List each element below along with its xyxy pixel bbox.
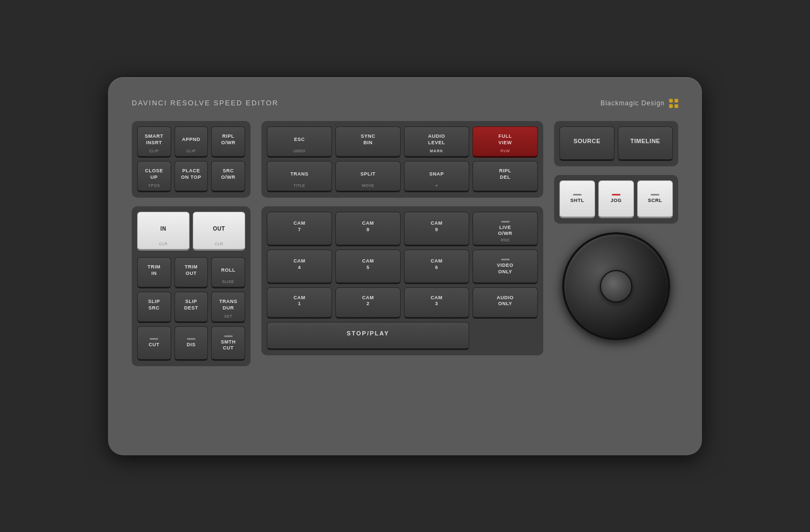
slip-dest-key[interactable]: SLIPDEST — [174, 292, 208, 323]
ripl-del-key[interactable]: RIPLDEL — [473, 161, 538, 192]
trans-sub: TITLE — [294, 183, 306, 188]
video-only-indicator — [501, 259, 510, 260]
trim-out-key[interactable]: TRIMOUT — [174, 257, 208, 288]
snap-sub: ≡ — [435, 183, 438, 188]
cam7-key[interactable]: CAM7 — [267, 212, 332, 246]
cam1-key[interactable]: CAM1 — [267, 287, 332, 319]
cam8-key[interactable]: CAM8 — [335, 212, 401, 246]
brand-dot-4 — [674, 104, 678, 108]
place-on-top-key[interactable]: PLACEON TOP — [174, 161, 208, 192]
close-up-key[interactable]: CLOSEUP YPOS — [137, 161, 171, 192]
jog-group: SHTL JOG SCRL — [554, 175, 678, 224]
roll-sub: SLIDE — [222, 279, 234, 284]
audio-only-key[interactable]: AUDIOONLY — [473, 287, 538, 319]
cut-indicator — [150, 338, 158, 340]
split-sub: MOVE — [362, 183, 374, 188]
smth-cut-indicator — [224, 335, 233, 337]
device-title: DAVINCI RESOLVE SPEED EDITOR — [132, 99, 279, 107]
cut-key[interactable]: CUT — [137, 326, 171, 361]
cam4-key[interactable]: CAM4 — [267, 250, 332, 284]
cam5-key[interactable]: CAM5 — [335, 250, 401, 284]
brand-dot-2 — [674, 99, 678, 103]
scrl-indicator — [651, 194, 659, 196]
jog-wheel-inner — [600, 270, 632, 302]
smth-cut-key[interactable]: SMTHCUT — [211, 326, 245, 361]
left-bottom-group: IN CLR OUT CLR TRIMIN TRIMOUT — [132, 206, 251, 366]
timeline-key[interactable]: TIMELINE — [618, 126, 673, 161]
full-view-sub: RVW — [501, 149, 510, 153]
brand-dot-1 — [669, 99, 673, 103]
ripl-owr-key[interactable]: RIPLO/WR — [211, 126, 245, 158]
split-key[interactable]: SPLIT MOVE — [335, 161, 401, 192]
source-timeline-group: SOURCE TIMELINE — [554, 121, 678, 166]
sync-bin-key[interactable]: SYNCBIN — [335, 126, 401, 158]
right-panel: SOURCE TIMELINE SHTL JOG SCRL — [554, 121, 678, 340]
trans-dur-key[interactable]: TRANSDUR SET — [211, 292, 245, 323]
audio-level-key[interactable]: AUDIOLEVEL MARK — [404, 126, 469, 158]
smart-insrt-sub: CLIP — [150, 149, 159, 153]
live-owr-indicator — [501, 221, 510, 223]
left-panel: SMARTINSRT CLIP APPND CLIP RIPLO/WR CLOS… — [132, 121, 251, 366]
trim-in-key[interactable]: TRIMIN — [137, 257, 171, 288]
device-header: DAVINCI RESOLVE SPEED EDITOR Blackmagic … — [132, 99, 678, 108]
out-key[interactable]: OUT CLR — [193, 212, 245, 251]
trans-dur-sub: SET — [224, 314, 232, 319]
full-view-key[interactable]: FULLVIEW RVW — [473, 126, 538, 158]
stop-play-key[interactable]: STOP/PLAY — [267, 322, 469, 350]
appnd-key[interactable]: APPND CLIP — [174, 126, 208, 158]
cam6-key[interactable]: CAM6 — [404, 250, 469, 284]
esc-key[interactable]: ESC UNDO — [267, 126, 332, 158]
jog-wheel[interactable] — [562, 232, 670, 340]
dis-indicator — [187, 338, 195, 340]
jog-wheel-area — [554, 232, 678, 340]
jog-key[interactable]: JOG — [598, 180, 634, 218]
slip-src-key[interactable]: SLIPSRC — [137, 292, 171, 323]
smart-insrt-key[interactable]: SMARTINSRT CLIP — [137, 126, 171, 158]
scrl-key[interactable]: SCRL — [637, 180, 673, 218]
source-key[interactable]: SOURCE — [559, 126, 615, 161]
middle-panel: ESC UNDO SYNCBIN AUDIOLEVEL MARK FULLVIE… — [261, 121, 543, 356]
brand-dot-3 — [669, 104, 673, 108]
src-owr-key[interactable]: SRCO/WR — [211, 161, 245, 192]
in-sub: CLR — [159, 241, 168, 246]
left-top-group: SMARTINSRT CLIP APPND CLIP RIPLO/WR CLOS… — [132, 121, 251, 198]
appnd-sub: CLIP — [186, 149, 196, 153]
dis-key[interactable]: DIS — [174, 326, 208, 361]
jog-indicator — [612, 194, 620, 196]
brand-dots — [669, 99, 678, 108]
out-sub: CLR — [215, 241, 224, 246]
in-key[interactable]: IN CLR — [137, 212, 190, 251]
snap-key[interactable]: SNAP ≡ — [404, 161, 469, 192]
cam9-key[interactable]: CAM9 — [404, 212, 469, 246]
live-owr-key[interactable]: LIVEO/WR RND — [473, 212, 538, 246]
live-owr-sub: RND — [501, 238, 510, 243]
esc-sub: UNDO — [293, 149, 306, 153]
device-body: DAVINCI RESOLVE SPEED EDITOR Blackmagic … — [108, 77, 702, 455]
video-only-key[interactable]: VIDEOONLY — [473, 250, 538, 284]
audio-level-sub: MARK — [430, 149, 443, 153]
cam3-key[interactable]: CAM3 — [404, 287, 469, 319]
roll-key[interactable]: ROLL SLIDE — [211, 257, 245, 288]
cam-grid: CAM7 CAM8 CAM9 LIVEO/WR RND CAM4 CAM5 CA… — [261, 206, 543, 356]
cam2-key[interactable]: CAM2 — [335, 287, 401, 319]
shtl-key[interactable]: SHTL — [559, 180, 595, 218]
middle-top-group: ESC UNDO SYNCBIN AUDIOLEVEL MARK FULLVIE… — [261, 121, 543, 198]
shtl-indicator — [573, 194, 582, 196]
main-layout: SMARTINSRT CLIP APPND CLIP RIPLO/WR CLOS… — [132, 121, 678, 366]
brand-area: Blackmagic Design — [600, 99, 678, 108]
close-up-sub: YPOS — [148, 183, 160, 188]
trans-key[interactable]: TRANS TITLE — [267, 161, 332, 192]
brand-text: Blackmagic Design — [600, 99, 665, 107]
